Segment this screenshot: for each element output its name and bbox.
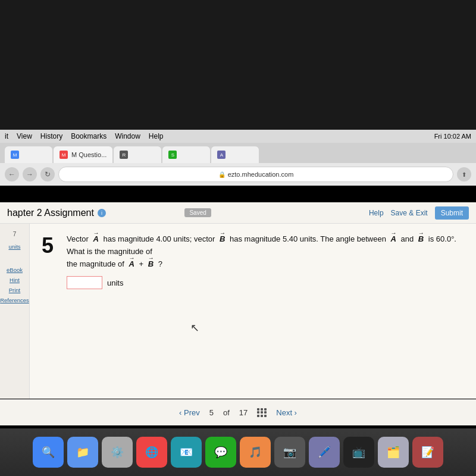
submit-button[interactable]: Submit [435, 206, 469, 220]
prev-button[interactable]: ‹ Prev [179, 408, 200, 417]
share-button[interactable]: ⬆ [457, 167, 471, 181]
dock-item-2[interactable]: 📁 [67, 437, 98, 468]
browser-tab-bar: M M M Questio... R S A [0, 143, 476, 163]
grid-view-icon[interactable] [257, 408, 267, 418]
app-title: hapter 2 Assignment [7, 208, 94, 218]
browser-tab-2[interactable]: M M Questio... [54, 146, 112, 163]
refresh-button[interactable]: ↻ [40, 167, 55, 181]
help-button[interactable]: Help [369, 209, 384, 217]
side-count: 7 [12, 228, 18, 240]
vector-a-label: A → [93, 233, 98, 246]
address-bar-row: ← → ↻ 🔒 ezto.mheducation.com ⬆ [0, 163, 476, 186]
tab-favicon-5: A [217, 151, 226, 159]
menu-item-history[interactable]: History [40, 132, 62, 140]
page-of: of [223, 408, 230, 417]
question-number: 5 [42, 233, 60, 258]
browser-tab-3[interactable]: R [114, 146, 161, 163]
menu-bar-time: Fri 10:02 AM [434, 133, 471, 140]
hint-link[interactable]: Hint [10, 277, 20, 283]
tab-favicon-4: S [168, 151, 177, 159]
back-button[interactable]: ← [5, 167, 19, 181]
vector-b3-label: B → [148, 258, 154, 271]
next-button[interactable]: Next › [276, 408, 297, 417]
dock-item-4[interactable]: 🌐 [136, 437, 167, 468]
units-label: units [107, 278, 123, 287]
q-magnitude-label: the magnitude of [67, 259, 124, 268]
browser-tab-5[interactable]: A [211, 146, 259, 163]
question-area: 5 Vector A → has magnitude 4.00 units; v… [30, 224, 476, 399]
dock-item-8[interactable]: 📷 [274, 437, 305, 468]
q-text-part1: Vector [67, 234, 89, 243]
dock-item-1[interactable]: 🔍 [33, 437, 64, 468]
app-header: hapter 2 Assignment i Saved Help Save & … [0, 202, 476, 224]
dock-item-11[interactable]: 🗂️ [378, 437, 409, 468]
ebook-link[interactable]: eBook [7, 267, 23, 273]
q-text-and: and [401, 234, 414, 243]
lock-icon: 🔒 [218, 171, 226, 178]
menu-bar-right: Fri 10:02 AM [434, 133, 471, 140]
browser-tab-4[interactable]: S [162, 146, 210, 163]
left-sidebar-panel: 7 units eBook Hint Print References [0, 224, 30, 399]
tab-favicon-2: M [60, 151, 68, 159]
dock: 🔍 📁 ⚙️ 🌐 📧 💬 🎵 📷 🖊️ 📺 🗂️ 📝 [0, 428, 476, 476]
saved-badge: Saved [184, 208, 211, 217]
q-text-part2: has magnitude 4.00 units; vector [104, 234, 215, 243]
references-link[interactable]: References [0, 297, 29, 303]
page-current: 5 [209, 408, 214, 417]
url-text: ezto.mheducation.com [228, 171, 294, 178]
pagination-bar: ‹ Prev 5 of 17 Next › [0, 399, 476, 425]
browser-chrome: M M M Questio... R S A ← → ↻ 🔒 ezto.mhed… [0, 143, 476, 186]
dock-item-7[interactable]: 🎵 [240, 437, 271, 468]
dock-item-6[interactable]: 💬 [205, 437, 236, 468]
print-link[interactable]: Print [9, 287, 21, 293]
tab-favicon-1: M [11, 151, 19, 159]
q-question-mark: ? [158, 259, 162, 268]
menu-item-window[interactable]: Window [115, 132, 140, 140]
dock-item-3[interactable]: ⚙️ [102, 437, 133, 468]
menu-item-bookmarks[interactable]: Bookmarks [71, 132, 107, 140]
answer-input[interactable] [67, 276, 102, 289]
question-text: Vector A → has magnitude 4.00 units; vec… [67, 233, 464, 270]
info-icon[interactable]: i [98, 209, 106, 217]
q-text-part3: has magnitude 5.40 units. The angle betw… [230, 234, 386, 243]
tab-favicon-3: R [120, 151, 128, 159]
vector-a2-label: A → [391, 233, 396, 246]
page-total: 17 [239, 408, 248, 417]
menu-item-help[interactable]: Help [149, 132, 164, 140]
forward-button[interactable]: → [23, 167, 37, 181]
vector-sum-label: A → [129, 258, 134, 271]
dock-item-5[interactable]: 📧 [171, 437, 202, 468]
q-plus: + [139, 259, 146, 268]
sidebar-units: units [8, 243, 20, 250]
tab-label-2: M Questio... [71, 151, 107, 158]
header-right: Help Save & Exit Submit [369, 206, 469, 220]
vector-b2-label: B → [418, 233, 424, 246]
dock-item-10[interactable]: 📺 [343, 437, 374, 468]
menu-item-it[interactable]: it [5, 132, 8, 140]
main-content: 7 units eBook Hint Print References 5 Ve… [0, 224, 476, 399]
answer-row: units [67, 276, 464, 289]
address-bar[interactable]: 🔒 ezto.mheducation.com [58, 167, 453, 182]
dock-item-12[interactable]: 📝 [412, 437, 443, 468]
vector-b-label: B → [220, 233, 225, 246]
browser-tab-1[interactable]: M [5, 146, 52, 163]
save-exit-button[interactable]: Save & Exit [391, 209, 428, 217]
dock-item-9[interactable]: 🖊️ [309, 437, 340, 468]
menu-item-view[interactable]: View [17, 132, 32, 140]
menu-bar: it View History Bookmarks Window Help Fr… [0, 130, 476, 143]
